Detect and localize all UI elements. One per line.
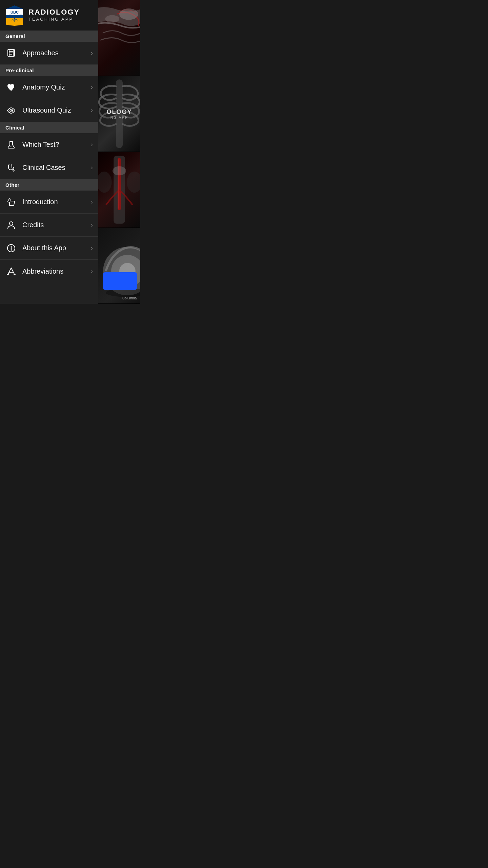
svg-point-25 xyxy=(105,15,119,23)
scan-overlay-radiology: OLOGY xyxy=(106,108,132,116)
stethoscope-icon xyxy=(5,162,17,174)
scan-panel-3 xyxy=(98,152,140,228)
eye-icon xyxy=(5,105,17,116)
thumbsup-icon xyxy=(5,196,17,208)
abbreviations-icon xyxy=(5,265,17,277)
about-app-chevron: › xyxy=(91,244,93,252)
menu-item-approaches[interactable]: Approaches › xyxy=(0,42,98,65)
credits-chevron: › xyxy=(91,221,93,229)
clinical-cases-chevron: › xyxy=(91,164,93,171)
section-other: Other xyxy=(0,179,98,191)
introduction-label: Introduction xyxy=(22,198,85,206)
svg-point-29 xyxy=(127,172,140,193)
svg-point-30 xyxy=(113,166,126,175)
introduction-chevron: › xyxy=(91,198,93,205)
scan-overlay-teaching: NG APP xyxy=(106,116,132,119)
approaches-label: Approaches xyxy=(22,49,85,57)
which-test-label: Which Test? xyxy=(22,141,85,149)
svg-point-24 xyxy=(119,8,138,20)
blue-button[interactable] xyxy=(103,272,137,290)
ultrasound-quiz-chevron: › xyxy=(91,107,93,114)
svg-text:UBC: UBC xyxy=(11,10,19,14)
menu-item-credits[interactable]: Credits › xyxy=(0,214,98,237)
info-icon xyxy=(5,242,17,254)
book-icon xyxy=(5,47,17,59)
scan-panel-2: OLOGY NG APP xyxy=(98,76,140,152)
header-text: RADIOLOGY TEACHING APP xyxy=(28,8,80,22)
sidebar: UBC RADIOLOGY TEACHING APP General xyxy=(0,0,98,304)
credits-label: Credits xyxy=(22,221,85,229)
menu-item-abbreviations[interactable]: Abbreviations › xyxy=(0,260,98,283)
scan-overlay-text: OLOGY NG APP xyxy=(106,108,132,119)
scan-images: OLOGY NG APP xyxy=(98,0,140,304)
section-general: General xyxy=(0,31,98,42)
content-panel: OLOGY NG APP xyxy=(98,0,140,304)
anatomy-quiz-label: Anatomy Quiz xyxy=(22,83,85,91)
abbreviations-chevron: › xyxy=(91,268,93,275)
app-title-teaching: TEACHING APP xyxy=(28,16,80,22)
menu-item-which-test[interactable]: Which Test? › xyxy=(0,133,98,156)
svg-point-13 xyxy=(11,110,12,111)
section-clinical: Clinical xyxy=(0,122,98,133)
menu-item-clinical-cases[interactable]: Clinical Cases › xyxy=(0,156,98,179)
app-header: UBC RADIOLOGY TEACHING APP xyxy=(0,0,98,31)
menu-item-introduction[interactable]: Introduction › xyxy=(0,191,98,214)
scan-panel-4: Columbia. xyxy=(98,228,140,304)
which-test-chevron: › xyxy=(91,141,93,148)
about-app-label: About this App xyxy=(22,244,85,252)
svg-point-15 xyxy=(13,170,14,171)
svg-point-28 xyxy=(98,172,112,193)
person-icon xyxy=(5,219,17,231)
heart-icon xyxy=(5,82,17,93)
menu-item-about-app[interactable]: About this App › xyxy=(0,237,98,260)
app-title-radiology: RADIOLOGY xyxy=(28,8,80,16)
svg-point-17 xyxy=(9,222,13,225)
flask-icon xyxy=(5,139,17,151)
approaches-chevron: › xyxy=(91,50,93,57)
svg-point-20 xyxy=(11,246,12,247)
clinical-cases-label: Clinical Cases xyxy=(22,164,85,172)
ultrasound-quiz-label: Ultrasound Quiz xyxy=(22,106,85,114)
abbreviations-label: Abbreviations xyxy=(22,268,85,275)
ubc-logo: UBC xyxy=(5,5,24,26)
anatomy-quiz-chevron: › xyxy=(91,84,93,91)
menu-item-anatomy-quiz[interactable]: Anatomy Quiz › xyxy=(0,76,98,99)
columbia-text: Columbia. xyxy=(122,296,138,300)
section-preclinical: Pre-clinical xyxy=(0,65,98,76)
menu-item-ultrasound-quiz[interactable]: Ultrasound Quiz › xyxy=(0,99,98,122)
scan-panel-1 xyxy=(98,0,140,76)
